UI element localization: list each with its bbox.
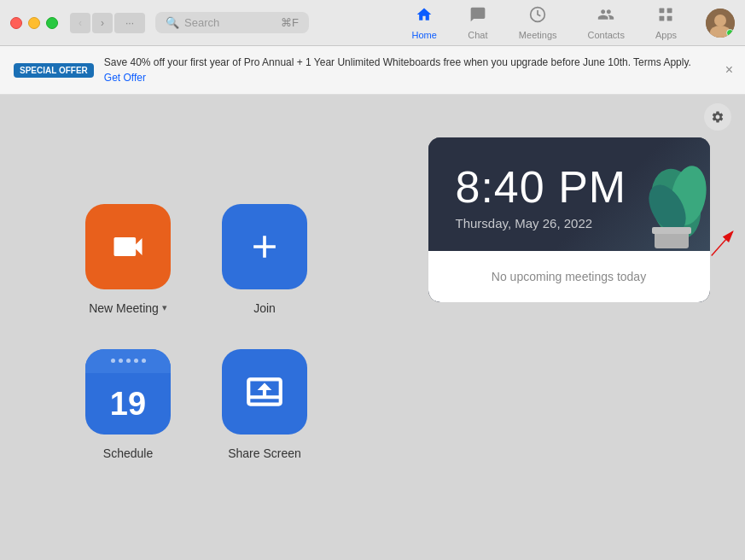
tab-chat[interactable]: Chat bbox=[452, 1, 503, 45]
clock-date: Thursday, May 26, 2022 bbox=[456, 216, 683, 230]
tab-home-label: Home bbox=[412, 30, 437, 40]
calendar-panel: 8:40 PM Thursday, May 26, 2022 No upcomi… bbox=[393, 95, 745, 560]
calendar-dot bbox=[142, 359, 146, 363]
chat-icon bbox=[469, 6, 486, 27]
share-screen-button[interactable] bbox=[222, 349, 307, 435]
schedule-button[interactable]: 19 bbox=[85, 349, 171, 435]
titlebar: ‹ › ··· 🔍 Search ⌘F Home Chat Meetings bbox=[0, 0, 745, 46]
tab-apps-label: Apps bbox=[655, 30, 677, 40]
video-camera-icon bbox=[109, 228, 147, 265]
actions-panel: New Meeting ▾ Join bbox=[0, 95, 393, 560]
banner-close-button[interactable]: × bbox=[725, 63, 733, 77]
svg-rect-4 bbox=[667, 15, 672, 20]
dropdown-arrow-icon[interactable]: ▾ bbox=[162, 302, 167, 313]
tab-home[interactable]: Home bbox=[397, 1, 452, 45]
share-screen-icon bbox=[243, 370, 286, 413]
avatar[interactable] bbox=[706, 9, 735, 38]
status-dot bbox=[726, 29, 734, 37]
meetings-icon bbox=[529, 6, 546, 27]
schedule-item[interactable]: 19 Schedule bbox=[85, 349, 171, 460]
tab-contacts[interactable]: Contacts bbox=[573, 1, 640, 45]
svg-line-14 bbox=[712, 231, 733, 255]
apps-icon bbox=[657, 6, 674, 27]
home-icon bbox=[416, 6, 433, 27]
tab-meetings[interactable]: Meetings bbox=[503, 1, 573, 45]
clock-display: 8:40 PM Thursday, May 26, 2022 bbox=[428, 137, 710, 251]
banner-description: Save 40% off your first year of Pro Annu… bbox=[104, 56, 691, 68]
join-label: Join bbox=[253, 301, 276, 315]
minimize-button[interactable] bbox=[28, 17, 40, 29]
clock-time: 8:40 PM bbox=[456, 161, 683, 213]
search-bar[interactable]: 🔍 Search ⌘F bbox=[155, 12, 309, 33]
plus-icon bbox=[246, 228, 283, 265]
nav-arrows: ‹ › ··· bbox=[70, 13, 145, 33]
close-button[interactable] bbox=[10, 17, 22, 29]
traffic-lights bbox=[10, 17, 58, 29]
join-button[interactable] bbox=[222, 204, 307, 289]
share-screen-label: Share Screen bbox=[228, 446, 301, 460]
svg-point-6 bbox=[714, 15, 726, 26]
join-text: Join bbox=[253, 301, 276, 315]
share-screen-item[interactable]: Share Screen bbox=[222, 349, 307, 460]
banner-text: Save 40% off your first year of Pro Annu… bbox=[104, 55, 691, 85]
svg-rect-2 bbox=[667, 8, 672, 13]
get-offer-link[interactable]: Get Offer bbox=[104, 72, 146, 84]
new-meeting-item[interactable]: New Meeting ▾ bbox=[85, 204, 171, 315]
maximize-button[interactable] bbox=[46, 17, 58, 29]
no-meetings-text: No upcoming meetings today bbox=[428, 251, 710, 302]
calendar-dot bbox=[111, 359, 115, 363]
calendar-dots bbox=[111, 359, 146, 363]
settings-button[interactable] bbox=[704, 103, 731, 131]
new-meeting-text: New Meeting bbox=[89, 301, 159, 315]
tab-apps[interactable]: Apps bbox=[640, 1, 692, 45]
top-actions-row: New Meeting ▾ Join bbox=[85, 204, 307, 315]
schedule-label: Schedule bbox=[103, 446, 153, 460]
new-meeting-button[interactable] bbox=[85, 204, 171, 289]
calendar-day: 19 bbox=[110, 388, 146, 420]
search-shortcut: ⌘F bbox=[281, 16, 299, 29]
svg-rect-1 bbox=[660, 8, 665, 13]
special-offer-banner: SPECIAL OFFER Save 40% off your first ye… bbox=[0, 46, 745, 95]
new-meeting-label: New Meeting ▾ bbox=[89, 301, 167, 315]
tab-contacts-label: Contacts bbox=[588, 30, 625, 40]
clock-card: 8:40 PM Thursday, May 26, 2022 No upcomi… bbox=[428, 137, 710, 302]
tab-chat-label: Chat bbox=[468, 30, 487, 40]
contacts-icon bbox=[597, 6, 614, 27]
back-button[interactable]: ‹ bbox=[70, 13, 90, 33]
calendar-dot bbox=[119, 359, 123, 363]
join-item[interactable]: Join bbox=[222, 204, 307, 315]
search-icon: 🔍 bbox=[166, 16, 179, 29]
calendar-dot bbox=[126, 359, 131, 363]
special-offer-badge: SPECIAL OFFER bbox=[14, 63, 94, 78]
more-button[interactable]: ··· bbox=[114, 13, 145, 33]
gear-icon bbox=[711, 110, 725, 124]
schedule-text: Schedule bbox=[103, 446, 153, 460]
bottom-actions-row: 19 Schedule Share Screen bbox=[85, 349, 307, 460]
search-placeholder: Search bbox=[184, 16, 219, 29]
forward-button[interactable]: › bbox=[92, 13, 113, 33]
calendar-header bbox=[85, 349, 171, 373]
calendar-dot bbox=[134, 359, 138, 363]
svg-rect-3 bbox=[660, 15, 665, 20]
calendar-body: 19 bbox=[110, 373, 146, 435]
nav-tabs: Home Chat Meetings Contacts Apps bbox=[397, 1, 692, 45]
tab-meetings-label: Meetings bbox=[519, 30, 557, 40]
share-screen-text: Share Screen bbox=[228, 446, 301, 460]
main-content: New Meeting ▾ Join bbox=[0, 95, 745, 560]
